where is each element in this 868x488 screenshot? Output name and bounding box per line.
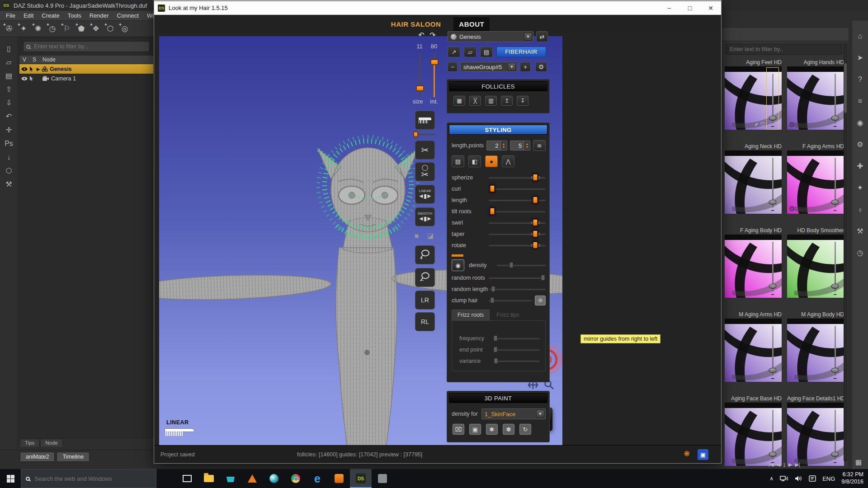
open-file-icon[interactable]: ▱ [6, 59, 11, 66]
comb-size-mini-handle[interactable] [413, 131, 418, 137]
asset-thumbnail[interactable]: + − [787, 235, 844, 298]
slider-track[interactable]: xyz [489, 233, 546, 235]
export-hair-button[interactable]: ↗ [448, 47, 460, 57]
slider-minus-icon[interactable]: − [771, 292, 774, 297]
brush-size-handle[interactable] [416, 85, 424, 91]
menu-item[interactable]: Render [85, 11, 113, 20]
slider-minus-icon[interactable]: − [771, 124, 774, 129]
slider-handle[interactable] [489, 207, 495, 215]
smooth-mode-button[interactable]: SMOOTH◄▮► [415, 207, 435, 226]
asset-thumbnail[interactable]: + − [725, 235, 782, 298]
slider-minus-icon[interactable]: − [833, 376, 837, 381]
primitive-icon[interactable]: ⬡ [6, 167, 12, 174]
slider-minus-icon[interactable]: − [771, 208, 774, 213]
list-icon[interactable]: ≡ [858, 98, 862, 105]
slider-plus-icon[interactable]: + [833, 404, 837, 409]
slider-handle[interactable] [509, 262, 514, 268]
frizz-tab[interactable]: Frizz roots [452, 310, 490, 320]
slider-minus-icon[interactable]: − [833, 460, 837, 465]
density-eye-button[interactable]: ◉ [452, 259, 464, 271]
clear-map-button[interactable]: ⌧ [453, 424, 464, 435]
slider-plus-icon[interactable]: + [771, 320, 774, 325]
slider-track[interactable] [835, 410, 836, 460]
menu-item[interactable]: Create [38, 11, 63, 20]
grid-view-icon[interactable]: ▦ [855, 458, 862, 466]
slider-plus-icon[interactable]: + [833, 236, 837, 241]
import-icon[interactable]: ⇧ [6, 86, 12, 93]
asset-tile[interactable]: M Aging Body HD + − [787, 311, 844, 382]
lamh-tab[interactable]: ABOUT [453, 17, 490, 31]
photos-button[interactable] [328, 469, 350, 488]
asset-strength-slider[interactable]: + − [767, 236, 778, 297]
slider-handle[interactable] [541, 275, 545, 281]
add-icon[interactable]: ✚ [857, 163, 863, 170]
asset-thumbnail[interactable]: + − [725, 319, 782, 382]
add-group-button[interactable]: + [520, 62, 531, 72]
slider-minus-icon[interactable]: − [833, 292, 837, 297]
hair-preview-button[interactable]: ≋ [533, 140, 546, 151]
expand-arrow-icon[interactable]: ▶ [37, 67, 40, 71]
slider-track[interactable] [772, 158, 774, 207]
new-group-icon[interactable]: +⬡ [104, 23, 117, 35]
tool-settings-icon[interactable]: ⚒ [5, 181, 12, 188]
store-button[interactable] [220, 469, 241, 488]
asset-tile[interactable]: F Aging Arms HD + − [787, 143, 844, 214]
zoom-out-button[interactable]: − [415, 268, 435, 287]
language-indicator[interactable]: ENG [822, 475, 835, 482]
slider-track[interactable]: xyz [489, 177, 546, 178]
pager-next-button[interactable]: ▶ [788, 462, 792, 468]
asset-tile[interactable]: Aging Face Base HD + − [725, 395, 782, 466]
slider-track[interactable]: xyz [489, 211, 546, 212]
slider-handle[interactable] [494, 347, 498, 352]
scene-row-genesis[interactable]: ▶ Genesis [19, 64, 153, 74]
visibility-eye-icon[interactable] [21, 67, 28, 71]
save-icon[interactable]: ▤ [5, 72, 12, 80]
gradient-swatch-icon[interactable]: ◪ [427, 232, 434, 240]
new-null-icon[interactable]: +❖ [90, 23, 102, 35]
asset-strength-slider[interactable]: + − [767, 152, 778, 213]
length-spinner[interactable]: 2▲▼ [486, 141, 507, 150]
scene-filter-input[interactable] [33, 43, 146, 50]
maximize-button[interactable]: □ [679, 1, 700, 14]
slider-knob[interactable] [831, 200, 839, 205]
asset-strength-slider[interactable]: + − [830, 152, 840, 213]
selectable-pointer-icon[interactable] [29, 66, 35, 71]
start-button[interactable] [0, 469, 21, 488]
remove-group-button[interactable]: − [448, 62, 458, 72]
clump-settings-button[interactable]: ❊ [535, 296, 546, 305]
asset-tile[interactable]: F Aging Body HD + − [725, 227, 782, 298]
comb-tool-button[interactable] [415, 111, 435, 130]
slider-minus-icon[interactable]: − [771, 376, 774, 381]
paw-add-button[interactable]: ✱ [486, 424, 498, 435]
redo-button[interactable]: ↷ [428, 31, 438, 40]
lamh-tab[interactable]: HAIR SALOON [386, 17, 447, 31]
asset-thumbnail[interactable]: + − [787, 319, 844, 382]
slider-plus-icon[interactable]: + [771, 236, 774, 241]
style-dot-button[interactable]: ● [485, 155, 498, 167]
slider-plus-icon[interactable]: + [833, 68, 837, 73]
new-spotlight-icon[interactable]: +✦ [17, 23, 30, 35]
undo-button[interactable]: ↶ [416, 31, 426, 40]
network-icon[interactable] [780, 475, 788, 482]
slider-track[interactable] [835, 242, 836, 291]
taskbar-search[interactable] [21, 469, 156, 488]
zoom-in-button[interactable]: + [415, 245, 435, 264]
slider-plus-icon[interactable]: + [833, 152, 837, 157]
asset-thumbnail[interactable]: + − [725, 403, 782, 466]
slider-knob[interactable] [831, 116, 839, 121]
action-center-icon[interactable] [809, 475, 816, 482]
gear-icon[interactable]: ⚙ [857, 141, 863, 148]
lamh-titlebar[interactable]: DS Look at my Hair 1.5.15 − □ ✕ [154, 1, 721, 15]
brush-intensity-handle[interactable] [430, 59, 439, 65]
new-file-icon[interactable]: ▯ [7, 45, 11, 52]
volume-icon[interactable] [794, 475, 802, 482]
render-icon[interactable]: ✛ [6, 127, 12, 134]
undo-icon[interactable]: ↶ [6, 113, 12, 120]
globe-icon[interactable]: ♁ [858, 206, 863, 213]
asset-strength-slider[interactable]: + − [830, 320, 840, 381]
slider-plus-icon[interactable]: + [833, 320, 837, 325]
density-slider-track[interactable] [497, 264, 546, 266]
pager-last-button[interactable]: ▶| [795, 462, 800, 468]
library-scrollbar-thumb[interactable] [844, 63, 847, 113]
tools-icon[interactable]: ⚒ [857, 228, 863, 235]
